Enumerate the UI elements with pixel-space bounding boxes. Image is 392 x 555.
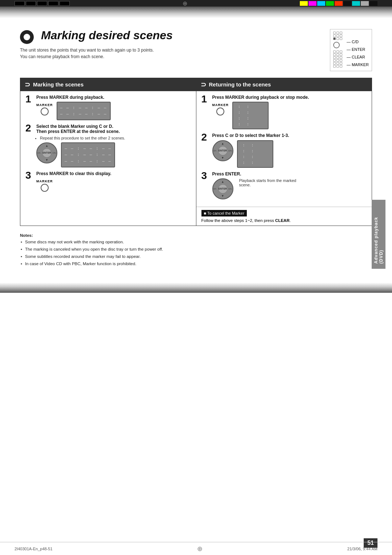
color-blocks (300, 1, 377, 6)
note-item: Some subtitles recorded around the marke… (20, 254, 372, 259)
cancel-block: ■ To cancel the Marker Follow the above … (196, 207, 372, 226)
returning-step3-note: Playback starts from the markedscene. (239, 178, 297, 187)
returning-step-2: 2 Press C or D to select the Marker 1-3.… (201, 133, 367, 168)
marking-step1-title: Press MARKER during playback. (36, 95, 191, 100)
returning-header: ⊃ Returning to the scenes (196, 78, 372, 91)
display-screen-r2: : : : : : : : : (237, 140, 273, 168)
top-bar: ⊕ (0, 0, 392, 7)
returning-icon: ⊃ (201, 81, 206, 89)
marking-step2-title: Select the blank Marker using C or D. Th… (36, 124, 191, 134)
remote-diagram: — C/D — ENTER — CLEAR — MARKER (330, 29, 372, 71)
title-icon (20, 30, 34, 44)
main-content: Marking desired scenes The unit stores t… (0, 18, 392, 279)
marking-step-2: 2 Select the blank Marker using C or D. … (25, 124, 191, 167)
note-item: In case of Video CD with PBC, Marker fun… (20, 261, 372, 267)
enter-button-diagram-1: ▲ CH– ENTER CH+ ▼ (36, 142, 57, 163)
notes-section: Notes: Some discs may not work with the … (20, 233, 372, 267)
top-crosshair: ⊕ (183, 0, 187, 7)
marking-title: Marking the scenes (33, 81, 83, 88)
returning-step-1: 1 Press MARKER during playback or stop m… (201, 95, 367, 129)
marker-button-1: MARKER (36, 103, 53, 116)
page-title: Marking desired scenes (41, 29, 173, 42)
footer-right: 21/3/06, 9:44 AM (347, 547, 377, 551)
note-item: The marking is canceled when you open th… (20, 246, 372, 252)
marking-body: 1 Press MARKER during playback. MARKER —… (20, 91, 196, 199)
display-screen-r1: : : : : : : : : (232, 102, 269, 129)
returning-step2-title: Press C or D to select the Marker 1-3. (212, 133, 367, 138)
enter-button-diagram-r3: ▲ CH– ENTER CH+ ▼ (212, 178, 233, 199)
sidebar-label: Advanced playback (DVD) (372, 200, 385, 269)
marking-step3-title: Press MARKER to clear this display. (36, 171, 191, 176)
top-gradient-band (0, 7, 392, 18)
marker-button-r1: MARKER (212, 103, 229, 116)
footer-left: 2I40301A-En_p48-51 (15, 547, 53, 551)
marking-step-3: 3 Press MARKER to clear this display. MA… (25, 171, 191, 192)
returning-step-3: 3 Press ENTER. ▲ CH– ENTER CH+ (201, 171, 367, 199)
cancel-title: ■ To cancel the Marker (201, 210, 247, 216)
black-blocks (15, 1, 70, 6)
notes-list: Some discs may not work with the marking… (20, 239, 372, 267)
display-screen-2: — — : — — : — —— — : — — : — —— — : — — … (61, 142, 115, 167)
marking-header: ⊃ Marking the scenes (20, 78, 196, 91)
returning-title: Returning to the scenes (209, 81, 271, 88)
returning-body: 1 Press MARKER during playback or stop m… (196, 91, 372, 207)
marking-step-1: 1 Press MARKER during playback. MARKER —… (25, 95, 191, 120)
subtitle: The unit stores the points that you want… (20, 47, 330, 60)
footer: 2I40301A-En_p48-51 ⊕ 21/3/06, 9:44 AM (0, 542, 392, 555)
two-column-section: ⊃ Marking the scenes 1 Press MARKER duri… (20, 78, 372, 226)
remote-labels: — C/D — ENTER — CLEAR — MARKER (347, 32, 369, 69)
display-screen-1: — — : — — : — —— — : — — : — — (57, 102, 111, 120)
marking-icon: ⊃ (25, 81, 30, 89)
marker-button-3: MARKER (36, 179, 53, 192)
bottom-crosshair: ⊕ (197, 545, 203, 553)
marking-step2-bullets: Repeat this procedure to set the other 2… (40, 136, 191, 140)
returning-step3-title: Press ENTER. (212, 171, 367, 177)
notes-title: Notes: (20, 233, 372, 238)
enter-button-diagram-r2: ▲ CH– ENTER CH+ ▼ (212, 140, 233, 161)
cancel-text: Follow the above steps 1~2, then press C… (201, 218, 367, 223)
bottom-gradient-band (0, 283, 392, 293)
title-section: Marking desired scenes The unit stores t… (20, 29, 372, 71)
remote-dots (333, 32, 342, 69)
note-item: Some discs may not work with the marking… (20, 239, 372, 245)
returning-column: ⊃ Returning to the scenes 1 Press MARKER… (196, 78, 372, 226)
returning-step1-title: Press MARKER during playback or stop mod… (212, 95, 367, 100)
marking-column: ⊃ Marking the scenes 1 Press MARKER duri… (20, 78, 196, 226)
